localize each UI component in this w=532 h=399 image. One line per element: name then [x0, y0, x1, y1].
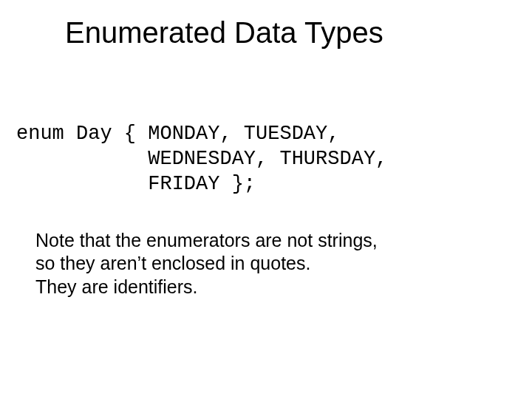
- note-line-1: Note that the enumerators are not string…: [35, 229, 378, 252]
- code-line-2: WEDNESDAY, THURSDAY,: [16, 148, 387, 170]
- code-line-1: enum Day { MONDAY, TUESDAY,: [16, 123, 339, 145]
- note-line-3: They are identifiers.: [35, 276, 378, 299]
- slide-title: Enumerated Data Types: [65, 16, 383, 50]
- note-block: Note that the enumerators are not string…: [35, 229, 378, 299]
- code-line-3: FRIDAY };: [16, 173, 256, 195]
- note-line-2: so they aren’t enclosed in quotes.: [35, 252, 378, 275]
- code-block: enum Day { MONDAY, TUESDAY, WEDNESDAY, T…: [16, 122, 387, 197]
- slide: Enumerated Data Types enum Day { MONDAY,…: [0, 0, 532, 399]
